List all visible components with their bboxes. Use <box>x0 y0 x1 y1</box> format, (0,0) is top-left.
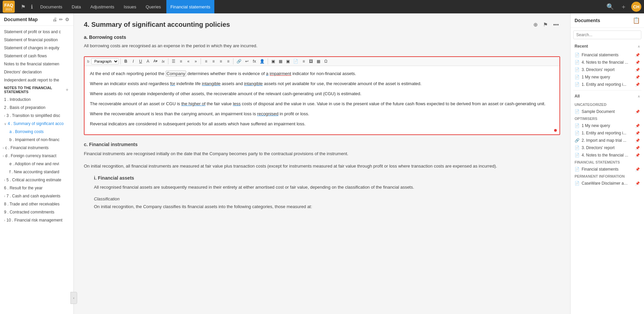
optimiser-item-1[interactable]: 📄 1 My new query 📌 <box>573 122 641 129</box>
search-button[interactable]: 🔍 <box>604 2 616 12</box>
sidebar-collapse-button[interactable]: ‹ <box>70 292 77 304</box>
pin-sample[interactable]: 📌 <box>635 110 640 114</box>
pin-opt-2[interactable]: 📌 <box>635 131 640 135</box>
toolbar-align-left[interactable]: ≡ <box>203 58 209 64</box>
all-chevron[interactable]: ∧ <box>638 95 640 98</box>
pin-icon-1[interactable]: 📌 <box>635 53 640 57</box>
sidebar-item-4c-financial-instruments[interactable]: › c . Financial instruments <box>0 144 73 152</box>
sidebar-item-changes-equity[interactable]: Statement of changes in equity <box>0 44 73 52</box>
toolbar-lines[interactable]: ≡ <box>300 58 307 64</box>
sidebar-item-3-transition[interactable]: › 3 . Transition to simplified disc <box>0 112 73 120</box>
sidebar-item-cash-flows[interactable]: Statement of cash flows <box>0 52 73 60</box>
flag-content-button[interactable]: ⚑ <box>542 20 549 29</box>
toolbar-user[interactable]: 👤 <box>258 58 266 64</box>
toolbar-special-chars[interactable]: Ω <box>322 58 329 64</box>
sidebar-item-profit-loss[interactable]: Statement of profit or loss and c <box>0 28 73 36</box>
toolbar-page-break[interactable]: 📄 <box>292 58 300 64</box>
documents-search-input[interactable] <box>573 30 641 39</box>
sidebar-item-1-introduction[interactable]: 1 . Introduction <box>0 96 73 104</box>
optimiser-item-4[interactable]: 📄 3. Directors' report 📌 <box>573 144 641 151</box>
all-item-sample[interactable]: 📄 Sample Document 📌 <box>573 108 641 115</box>
toolbar-table-3[interactable]: ▣ <box>284 58 291 64</box>
toolbar-clear-format[interactable]: Ix <box>160 59 166 64</box>
sidebar-item-8-trade[interactable]: 8 . Trade and other receivables <box>0 200 73 208</box>
recent-item-1[interactable]: 📄 Financial statements 📌 <box>573 51 641 59</box>
info-button[interactable]: ℹ <box>29 2 35 11</box>
sidebar-item-directors-declaration[interactable]: Directors' declaration <box>0 68 73 76</box>
paragraph-style-select[interactable]: Paragraph <box>91 58 119 64</box>
sidebar-item-4-summary[interactable]: ∨ 4 . Summary of significant acco <box>0 120 73 128</box>
tab-queries[interactable]: Queries <box>142 0 165 13</box>
sidebar-item-notes-financial[interactable]: Notes to the financial statemen <box>0 60 73 68</box>
recent-item-3[interactable]: 📄 3. Directors' report 📌 <box>573 66 641 73</box>
optimiser-item-5[interactable]: 📄 4. Notes to the financial ... 📌 <box>573 151 641 159</box>
toolbar-highlight[interactable]: A▾ <box>152 58 159 64</box>
more-options-button[interactable]: ••• <box>552 20 560 29</box>
sidebar-item-9-contracted[interactable]: 9 . Contracted commitments <box>0 208 73 216</box>
editor-text-area[interactable]: At the end of each reporting period the … <box>85 66 559 135</box>
toolbar-table-2[interactable]: ▦ <box>277 58 284 64</box>
add-notes-section-button[interactable]: ＋ <box>65 87 69 93</box>
recent-chevron[interactable]: ∧ <box>638 45 640 48</box>
sidebar-item-audit-report[interactable]: Independent audit report to the <box>0 76 73 84</box>
toolbar-unlink[interactable]: ↩ <box>244 58 250 64</box>
toolbar-formula[interactable]: fx <box>251 58 258 64</box>
tab-financial-statements[interactable]: Financial statements <box>166 0 214 13</box>
toolbar-link[interactable]: 🔗 <box>235 58 243 64</box>
sidebar-item-4a-borrowing[interactable]: a . Borrowing costs <box>0 128 73 136</box>
toolbar-align-right[interactable]: ≡ <box>217 58 224 64</box>
settings-button[interactable]: ⚙ <box>65 17 69 22</box>
pin-icon-4[interactable]: 📌 <box>635 75 640 79</box>
tab-adjustments[interactable]: Adjustments <box>86 0 118 13</box>
pin-perm-1[interactable]: 📌 <box>635 181 640 186</box>
toolbar-align-center[interactable]: ≡ <box>210 58 217 64</box>
toolbar-numbered-list[interactable]: ≡ <box>177 58 184 64</box>
toolbar-table-1[interactable]: ▣ <box>270 58 276 64</box>
pin-opt-1[interactable]: 📌 <box>635 124 640 128</box>
sidebar-item-4b-impairment[interactable]: b . Impairment of non-financ <box>0 136 73 144</box>
sidebar-item-2-basis[interactable]: 2 . Basis of preparation <box>0 104 73 112</box>
sidebar-item-financial-position[interactable]: Statement of financial position <box>0 36 73 44</box>
recent-item-4[interactable]: 📄 1 My new query 📌 <box>573 73 641 81</box>
toolbar-underline[interactable]: U <box>137 58 144 64</box>
edit-button[interactable]: ✏ <box>59 17 63 22</box>
add-button[interactable]: ＋ <box>619 1 629 12</box>
sidebar-item-4e-adoption[interactable]: e . Adoption of new and revi <box>0 160 73 168</box>
user-avatar[interactable]: CH <box>631 2 641 12</box>
add-content-button[interactable]: ⊕ <box>532 20 539 29</box>
sidebar-item-7-cash[interactable]: › 7 . Cash and cash equivalents <box>0 192 73 200</box>
toolbar-italic[interactable]: I <box>130 58 137 64</box>
recent-item-2[interactable]: 📄 4. Notes to the financial ... 📌 <box>573 59 641 66</box>
pin-icon-3[interactable]: 📌 <box>635 68 640 72</box>
sidebar-item-4f-new-accounting[interactable]: f . New accounting standard <box>0 168 73 176</box>
toolbar-special-table[interactable]: ▦ <box>315 58 322 64</box>
toolbar-indent[interactable]: » <box>192 58 199 64</box>
sidebar-item-10-financial-risk[interactable]: › 10 . Financial risk management <box>0 216 73 224</box>
pin-opt-3[interactable]: 📌 <box>635 138 640 143</box>
optimiser-item-3[interactable]: 🔗 2. Import and map trial ... 📌 <box>573 137 641 144</box>
toolbar-separator-5 <box>268 58 268 64</box>
toolbar-justify[interactable]: ≡ <box>225 58 231 64</box>
sidebar-item-4d-foreign[interactable]: › d . Foreign currency transact <box>0 152 73 160</box>
perm-item-1[interactable]: 📄 CaseWare Disclaimer an... 📌 <box>573 180 641 187</box>
toolbar-outdent[interactable]: « <box>185 58 192 64</box>
sidebar-item-6-result[interactable]: 6 . Result for the year <box>0 184 73 192</box>
print-button[interactable]: 🖨 <box>52 17 57 22</box>
toolbar-font-color[interactable]: A <box>145 58 151 64</box>
optimiser-item-2[interactable]: 📄 1. Entity and reporting i... 📌 <box>573 129 641 137</box>
pin-opt-5[interactable]: 📌 <box>635 153 640 158</box>
recent-item-5[interactable]: 📄 1. Entity and reporting i... 📌 <box>573 81 641 88</box>
flag-button[interactable]: ⚑ <box>19 2 28 11</box>
pin-opt-4[interactable]: 📌 <box>635 146 640 150</box>
pin-icon-2[interactable]: 📌 <box>635 60 640 65</box>
toolbar-image[interactable]: 🖼 <box>308 58 314 64</box>
fin-stmt-item-1[interactable]: 📄 Financial statements 📌 <box>573 166 641 173</box>
tab-documents[interactable]: Documents <box>36 0 66 13</box>
toolbar-bold[interactable]: B <box>122 58 129 64</box>
tab-issues[interactable]: Issues <box>120 0 141 13</box>
tab-data[interactable]: Data <box>68 0 85 13</box>
toolbar-bullet-list[interactable]: ☰ <box>170 58 177 64</box>
sidebar-item-5-critical[interactable]: › 5 . Critical accounting estimate <box>0 176 73 184</box>
pin-fin-1[interactable]: 📌 <box>635 167 640 172</box>
pin-icon-5[interactable]: 📌 <box>635 82 640 87</box>
